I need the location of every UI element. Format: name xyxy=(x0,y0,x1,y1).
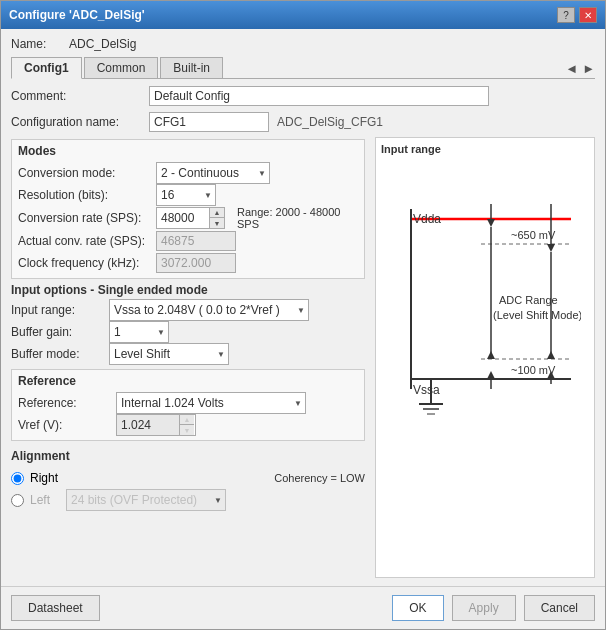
input-range-row: Input range: Vssa to 2.048V ( 0.0 to 2*V… xyxy=(11,299,365,321)
tab-built-in[interactable]: Built-in xyxy=(160,57,223,78)
svg-text:~650 mV: ~650 mV xyxy=(511,229,556,241)
conversion-mode-select[interactable]: 1 - Single 2 - Continuous 3 - Multi-Samp… xyxy=(156,162,270,184)
resolution-wrapper: 8101214 1617181920 xyxy=(156,184,216,206)
config-name-row: Configuration name: ADC_DelSig_CFG1 xyxy=(11,111,595,133)
buffer-gain-row: Buffer gain: 1248 xyxy=(11,321,365,343)
svg-marker-8 xyxy=(487,219,495,227)
footer: Datasheet OK Apply Cancel xyxy=(1,586,605,629)
config-full-name: ADC_DelSig_CFG1 xyxy=(277,115,383,129)
dialog: Configure 'ADC_DelSig' ? ✕ Name: ADC_Del… xyxy=(0,0,606,630)
spinbox-btns: ▲ ▼ xyxy=(209,208,224,228)
tab-config1[interactable]: Config1 xyxy=(11,57,82,79)
close-button[interactable]: ✕ xyxy=(579,7,597,23)
buffer-gain-select[interactable]: 1248 xyxy=(109,321,169,343)
name-label: Name: xyxy=(11,37,61,51)
clock-freq-row: Clock frequency (kHz): xyxy=(18,252,358,274)
conversion-rate-row: Conversion rate (SPS): ▲ ▼ Range: 2000 -… xyxy=(18,206,358,230)
comment-input[interactable] xyxy=(149,86,489,106)
buffer-mode-row: Buffer mode: Bypass Level Shift Rail to … xyxy=(11,343,365,365)
alignment-left-radio[interactable] xyxy=(11,494,24,507)
alignment-left-select-wrapper: 24 bits (OVF Protected) xyxy=(66,489,226,511)
tab-next[interactable]: ► xyxy=(582,61,595,76)
tab-content: Comment: Configuration name: ADC_DelSig_… xyxy=(11,85,595,578)
actual-conv-rate-input xyxy=(156,231,236,251)
conversion-mode-wrapper: 1 - Single 2 - Continuous 3 - Multi-Samp… xyxy=(156,162,270,184)
footer-right: OK Apply Cancel xyxy=(392,595,595,621)
vref-spinbox-down: ▼ xyxy=(180,425,194,435)
input-range-label: Input range: xyxy=(11,303,101,317)
svg-text:Vssa: Vssa xyxy=(413,383,440,397)
ok-button[interactable]: OK xyxy=(392,595,443,621)
name-row: Name: ADC_DelSig xyxy=(11,37,595,51)
input-options-title: Input options - Single ended mode xyxy=(11,283,365,297)
svg-text:Vdda: Vdda xyxy=(413,212,441,226)
main-area: Modes Conversion mode: 1 - Single 2 - Co… xyxy=(11,137,595,578)
spinbox-up[interactable]: ▲ xyxy=(210,208,224,218)
buffer-mode-wrapper: Bypass Level Shift Rail to Rail xyxy=(109,343,229,365)
right-panel: Input range Vdda xyxy=(375,137,595,578)
apply-button[interactable]: Apply xyxy=(452,595,516,621)
clock-freq-label: Clock frequency (kHz): xyxy=(18,256,148,270)
alignment-left-row: Left 24 bits (OVF Protected) xyxy=(11,489,365,511)
reference-row: Reference: Internal 1.024 Volts Internal… xyxy=(18,392,358,414)
actual-conv-rate-row: Actual conv. rate (SPS): xyxy=(18,230,358,252)
alignment-right-row: Right Coherency = LOW xyxy=(11,467,365,489)
datasheet-button[interactable]: Datasheet xyxy=(11,595,100,621)
conversion-rate-label: Conversion rate (SPS): xyxy=(18,211,148,225)
actual-conv-rate-label: Actual conv. rate (SPS): xyxy=(18,234,148,248)
spinbox-down[interactable]: ▼ xyxy=(210,218,224,228)
help-button[interactable]: ? xyxy=(557,7,575,23)
input-range-diagram-title: Input range xyxy=(381,143,589,155)
svg-text:ADC Range: ADC Range xyxy=(499,294,558,306)
alignment-right-radio[interactable] xyxy=(11,472,24,485)
input-range-select[interactable]: Vssa to 2.048V ( 0.0 to 2*Vref ) Vssa to… xyxy=(109,299,309,321)
resolution-label: Resolution (bits): xyxy=(18,188,148,202)
conversion-rate-input[interactable] xyxy=(157,208,209,228)
tabs: Config1 Common Built-in xyxy=(11,57,225,78)
buffer-gain-label: Buffer gain: xyxy=(11,325,101,339)
dialog-title: Configure 'ADC_DelSig' xyxy=(9,8,145,22)
title-bar-buttons: ? ✕ xyxy=(557,7,597,23)
vref-spinbox: ▲ ▼ xyxy=(116,414,196,436)
buffer-mode-select[interactable]: Bypass Level Shift Rail to Rail xyxy=(109,343,229,365)
resolution-select[interactable]: 8101214 1617181920 xyxy=(156,184,216,206)
buffer-gain-wrapper: 1248 xyxy=(109,321,169,343)
svg-marker-14 xyxy=(547,351,555,359)
modes-section: Modes Conversion mode: 1 - Single 2 - Co… xyxy=(11,139,365,279)
conversion-mode-label: Conversion mode: xyxy=(18,166,148,180)
config-name-input[interactable] xyxy=(149,112,269,132)
tab-prev[interactable]: ◄ xyxy=(565,61,578,76)
svg-text:(Level Shift Mode): (Level Shift Mode) xyxy=(493,309,581,321)
reference-select[interactable]: Internal 1.024 Volts Internal 2.048 Volt… xyxy=(116,392,306,414)
comment-row: Comment: xyxy=(11,85,595,107)
svg-marker-10 xyxy=(547,244,555,252)
tab-nav: ◄ ► xyxy=(565,61,595,78)
buffer-mode-label: Buffer mode: xyxy=(11,347,101,361)
alignment-left-group: Left xyxy=(11,493,50,507)
reference-label: Reference: xyxy=(18,396,108,410)
vref-input xyxy=(117,415,179,435)
config-name-label: Configuration name: xyxy=(11,115,141,129)
vref-spinbox-btns: ▲ ▼ xyxy=(179,415,194,435)
alignment-left-select: 24 bits (OVF Protected) xyxy=(66,489,226,511)
vref-row: Vref (V): ▲ ▼ xyxy=(18,414,358,436)
left-panel: Modes Conversion mode: 1 - Single 2 - Co… xyxy=(11,137,365,578)
alignment-title: Alignment xyxy=(11,449,365,463)
alignment-section: Alignment Right Coherency = LOW Le xyxy=(11,445,365,515)
cancel-button[interactable]: Cancel xyxy=(524,595,595,621)
resolution-row: Resolution (bits): 8101214 1617181920 xyxy=(18,184,358,206)
reference-section: Reference Reference: Internal 1.024 Volt… xyxy=(11,369,365,441)
coherency-text: Coherency = LOW xyxy=(274,472,365,484)
alignment-right-group: Right xyxy=(11,471,58,485)
comment-label: Comment: xyxy=(11,89,141,103)
adc-range-diagram: Vdda ~650 mV xyxy=(381,159,581,439)
reference-title: Reference xyxy=(18,374,358,388)
input-range-wrapper: Vssa to 2.048V ( 0.0 to 2*Vref ) Vssa to… xyxy=(109,299,309,321)
clock-freq-input xyxy=(156,253,236,273)
tab-common[interactable]: Common xyxy=(84,57,159,78)
vref-spinbox-up: ▲ xyxy=(180,415,194,425)
dialog-body: Name: ADC_DelSig Config1 Common Built-in… xyxy=(1,29,605,586)
alignment-left-label: Left xyxy=(30,493,50,507)
reference-wrapper: Internal 1.024 Volts Internal 2.048 Volt… xyxy=(116,392,306,414)
svg-marker-12 xyxy=(487,351,495,359)
